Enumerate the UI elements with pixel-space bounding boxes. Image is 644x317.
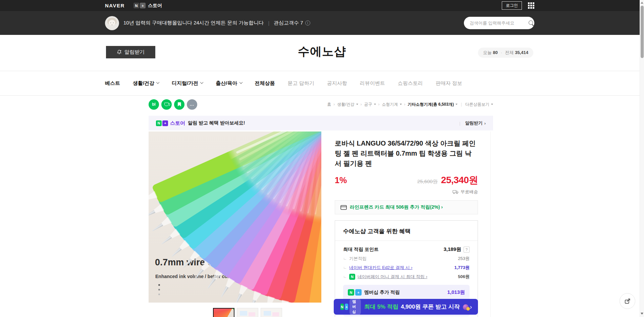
scrollbar-thumb[interactable] bbox=[641, 6, 644, 58]
naver-pay-icon: N bbox=[349, 274, 355, 280]
membership-banner[interactable]: N + 멤버십 최대 5% 적립 4,900원 쿠폰 받고 시작 › bbox=[334, 299, 478, 315]
product-info: 로바식 LANGUO 36/54/72/90 색상 아크릴 페인팅 젤 펜 리트… bbox=[335, 138, 478, 317]
nav-item[interactable]: 리뷰이벤트 bbox=[360, 80, 385, 87]
dropdown-arrow-icon bbox=[356, 104, 358, 105]
info-icon[interactable]: i bbox=[305, 20, 310, 25]
dropdown-arrow-icon bbox=[374, 104, 376, 105]
product-image[interactable]: 0.7mm wire diameter Enhanced ink volume … bbox=[149, 131, 321, 303]
scroll-up-icon[interactable] bbox=[641, 2, 643, 4]
other-products-dropdown[interactable]: 다른상품보기 bbox=[465, 102, 493, 107]
max-point-label: 최대 적립 포인트 bbox=[343, 247, 379, 253]
n-badge-icon: N bbox=[133, 3, 139, 8]
free-shipping-label: 무료배송 bbox=[461, 189, 478, 195]
nav-item[interactable]: 출산/육아 bbox=[216, 80, 242, 87]
benefit-row-pay: ㄴ N 네이버페이 머니 결제 시 최대 적립 › 506원 bbox=[343, 274, 470, 280]
breadcrumb-separator: › bbox=[361, 102, 362, 107]
breadcrumb-separator: › bbox=[333, 102, 335, 107]
naver-pay-value: 506원 bbox=[458, 274, 470, 280]
store-label: 스토어 bbox=[170, 120, 185, 126]
nav-item[interactable]: 전체상품 bbox=[255, 80, 275, 87]
chevron-right-icon: › bbox=[484, 121, 486, 126]
scroll-down-icon[interactable] bbox=[641, 313, 643, 315]
dropdown-arrow-icon bbox=[491, 104, 493, 105]
membership-badge: 멤버십 bbox=[350, 298, 361, 315]
today-label: 오늘 bbox=[483, 50, 492, 55]
promo-message: 알림 받고 혜택 받아보세요! bbox=[188, 120, 245, 126]
nav-item[interactable]: 판매자 정보 bbox=[436, 80, 462, 87]
shipping-row: 무료배송 bbox=[335, 189, 478, 195]
n-badge-icon: N bbox=[348, 289, 354, 296]
original-price: 25,600원 bbox=[417, 178, 438, 185]
thumbnail[interactable] bbox=[237, 308, 258, 317]
benefit-title: 수에노샵 고객을 위한 혜택 bbox=[335, 221, 478, 241]
naver-logo[interactable]: NAVER bbox=[105, 3, 125, 8]
sub-row: bl ... 홈›생활/건강›공구›소형기계›기타소형기계(총 6,503개)|… bbox=[149, 98, 493, 110]
membership-value: 1,013원 bbox=[447, 289, 465, 296]
more-icon[interactable]: ... bbox=[187, 99, 197, 110]
seller-avatar[interactable] bbox=[105, 16, 119, 30]
visitor-stats: 오늘 80 · 전체 35,414 bbox=[478, 48, 533, 58]
login-button[interactable]: 로그인 bbox=[502, 1, 522, 10]
cafe-icon[interactable] bbox=[161, 99, 172, 110]
shop-title: 수에노샵 bbox=[0, 44, 644, 59]
benefit-row-card: ㄴ 네이버 현대카드 Ed2로 결제 시 › 1,773원 bbox=[343, 265, 470, 271]
breadcrumb-separator: › bbox=[378, 102, 380, 107]
plus-badge-icon: + bbox=[140, 3, 146, 8]
breadcrumb-item[interactable]: 소형기계 bbox=[382, 102, 402, 107]
card-promo-text: 라인프렌즈 카드 최대 506원 추가 적립(2%) › bbox=[350, 204, 443, 210]
today-count: 80 bbox=[493, 50, 498, 55]
nav-item[interactable]: 묻고 답하기 bbox=[288, 80, 314, 87]
nav-item[interactable]: 생활/건강 bbox=[133, 80, 159, 87]
chevron-down-icon bbox=[200, 81, 204, 84]
nplus-store-logo[interactable]: N + 스토어 bbox=[133, 3, 162, 9]
nav-item[interactable]: 디지털/가전 bbox=[172, 80, 203, 87]
breadcrumb-item[interactable]: 홈 bbox=[327, 102, 331, 107]
plus-badge-icon: + bbox=[355, 289, 362, 296]
carousel-dots bbox=[158, 284, 160, 295]
search-input[interactable] bbox=[470, 20, 529, 25]
thumbnail-selected[interactable] bbox=[213, 308, 234, 317]
tagline-separator: | bbox=[268, 20, 269, 26]
bookmark-glyph-icon bbox=[178, 102, 181, 107]
card-promo[interactable]: 라인프렌즈 카드 최대 506원 추가 적립(2%) › bbox=[335, 200, 478, 214]
hyundai-card-link[interactable]: 네이버 현대카드 Ed2로 결제 시 › bbox=[349, 265, 413, 271]
blog-icon[interactable]: bl bbox=[149, 99, 159, 110]
cup-icon bbox=[164, 103, 169, 106]
interest-count: 관심고객수 7 bbox=[274, 20, 303, 26]
column-divider bbox=[490, 131, 491, 317]
more-label: ... bbox=[190, 102, 194, 107]
scrollbar[interactable] bbox=[640, 0, 644, 317]
share-button[interactable] bbox=[620, 293, 635, 309]
breadcrumb-item[interactable]: 공구 bbox=[364, 102, 376, 107]
n-badge-icon: N bbox=[340, 304, 344, 310]
share-icon bbox=[624, 298, 631, 305]
nav-item[interactable]: 쇼핑스토리 bbox=[398, 80, 423, 87]
gift-pouch-icon bbox=[463, 303, 470, 311]
total-count: 35,414 bbox=[515, 50, 528, 55]
search-icon[interactable] bbox=[529, 20, 534, 26]
store-label: 스토어 bbox=[148, 3, 162, 9]
breadcrumb: 홈›생활/건강›공구›소형기계›기타소형기계(총 6,503개)|다른상품보기 bbox=[327, 102, 493, 107]
blog-label: bl bbox=[152, 102, 156, 107]
chevron-down-icon bbox=[239, 81, 243, 84]
dropdown-arrow-icon bbox=[400, 104, 402, 105]
hyundai-card-value: 1,773원 bbox=[454, 265, 470, 271]
basic-point-label: 기본적립 bbox=[349, 256, 367, 262]
main-nav: 베스트생활/건강디지털/가전출산/육아전체상품묻고 답하기공지사항리뷰이벤트쇼핑… bbox=[0, 71, 644, 96]
total-label: 전체 bbox=[505, 50, 514, 55]
membership-label: 멤버십 추가 적립 bbox=[364, 289, 400, 296]
benefit-row-max: 최대 적립 포인트 3,189원 ? bbox=[343, 246, 470, 253]
thumbnail[interactable] bbox=[261, 308, 282, 317]
breadcrumb-item[interactable]: 기타소형기계(총 6,503개) bbox=[408, 102, 458, 107]
nav-item[interactable]: 베스트 bbox=[105, 80, 120, 87]
naver-pay-link[interactable]: 네이버페이 머니 결제 시 최대 적립 › bbox=[358, 274, 427, 280]
breadcrumb-item[interactable]: 생활/건강 bbox=[337, 102, 358, 107]
n-badge-icon: N bbox=[156, 120, 162, 126]
promo-notify-link[interactable]: 알림받기 bbox=[465, 120, 483, 126]
bookmark-icon[interactable] bbox=[174, 99, 184, 110]
nav-item[interactable]: 공지사항 bbox=[327, 80, 347, 87]
shop-header: 알림받기 수에노샵 오늘 80 · 전체 35,414 bbox=[0, 35, 644, 71]
price-row: 1% 25,600원 25,340원 bbox=[335, 174, 478, 187]
apps-grid-icon[interactable] bbox=[528, 2, 534, 9]
help-icon[interactable]: ? bbox=[464, 247, 470, 253]
